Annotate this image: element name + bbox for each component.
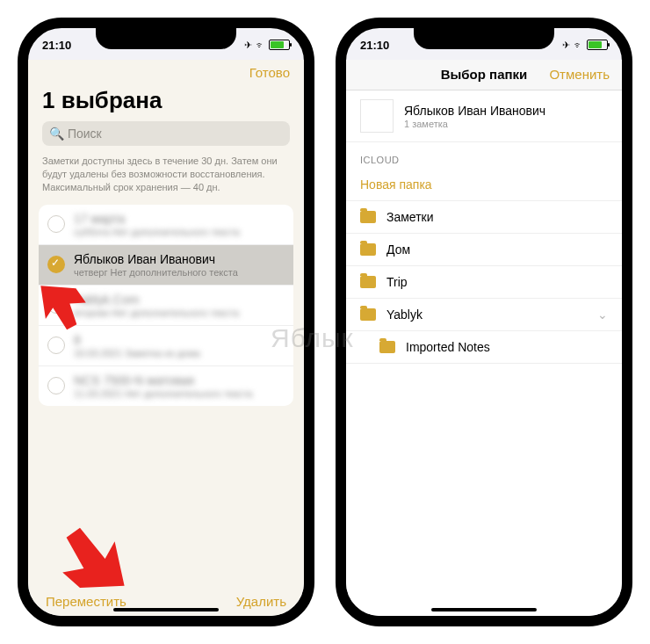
notch xyxy=(414,26,554,49)
cancel-button[interactable]: Отменить xyxy=(549,67,610,82)
folder-icon xyxy=(360,308,376,321)
airplane-icon: ✈ xyxy=(562,40,570,51)
folder-item[interactable]: Trip xyxy=(346,266,622,299)
note-header: Яблыков Иван Иванович1 заметка xyxy=(346,90,622,142)
nav-title: Выбор папки xyxy=(441,67,528,82)
airplane-icon: ✈ xyxy=(244,40,252,51)
status-time: 21:10 xyxy=(360,39,389,52)
status-time: 21:10 xyxy=(42,39,71,52)
done-button[interactable]: Готово xyxy=(249,65,290,80)
note-thumbnail-icon xyxy=(360,99,394,133)
folder-item[interactable]: Imported Notes xyxy=(346,331,622,364)
folder-icon xyxy=(360,276,376,288)
folder-item[interactable]: Заметки xyxy=(346,201,622,234)
search-input[interactable]: 🔍 Поиск xyxy=(42,121,290,146)
folder-list: Новая папка Заметки Дом Trip Yablyk⌄ Imp… xyxy=(346,169,622,364)
chevron-down-icon: ⌄ xyxy=(597,308,608,322)
nav-bar: Выбор папки Отменить xyxy=(346,60,622,90)
annotation-arrow-icon xyxy=(59,518,138,606)
radio-checked-icon[interactable] xyxy=(47,256,65,273)
section-header: ICLOUD xyxy=(346,142,622,169)
wifi-icon: ᯤ xyxy=(256,40,265,50)
svg-marker-0 xyxy=(34,282,88,332)
new-folder-button[interactable]: Новая папка xyxy=(346,169,622,201)
svg-marker-1 xyxy=(62,528,124,588)
annotation-arrow-icon xyxy=(26,279,88,340)
radio-unchecked-icon[interactable] xyxy=(47,215,65,233)
wifi-icon: ᯤ xyxy=(574,40,583,50)
delete-button[interactable]: Удалить xyxy=(236,594,286,609)
folder-item[interactable]: Дом xyxy=(346,234,622,266)
home-indicator[interactable] xyxy=(431,608,537,611)
home-indicator[interactable] xyxy=(113,608,219,611)
folder-icon xyxy=(360,243,376,256)
folder-icon xyxy=(379,341,395,353)
folder-item[interactable]: Yablyk⌄ xyxy=(346,299,622,331)
page-title: 1 выбрана xyxy=(42,87,290,114)
list-item[interactable]: 17 мартасуббота Нет дополнительного текс… xyxy=(39,205,293,245)
battery-icon xyxy=(587,40,608,50)
radio-unchecked-icon[interactable] xyxy=(47,377,65,394)
list-item[interactable]: NCS 7500-N матовая11.03.2021 Нет дополни… xyxy=(39,366,293,406)
battery-icon xyxy=(269,40,290,50)
notch xyxy=(96,26,236,49)
info-text: Заметки доступны здесь в течение 30 дн. … xyxy=(42,155,290,194)
folder-icon xyxy=(360,211,376,223)
